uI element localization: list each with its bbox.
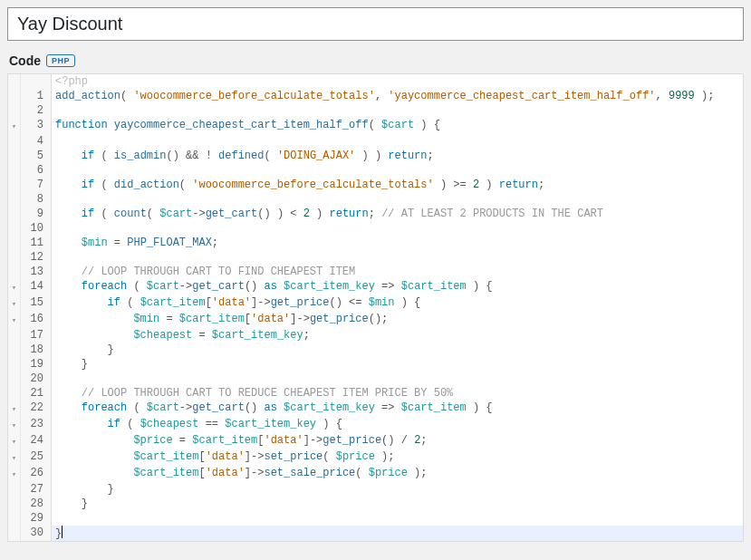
- line-number: 27: [21, 482, 52, 497]
- code-line[interactable]: $cart_item['data']->set_sale_price( $pri…: [52, 466, 743, 482]
- code-line[interactable]: [52, 511, 743, 526]
- code-line[interactable]: foreach ( $cart->get_cart() as $cart_ite…: [52, 401, 743, 417]
- code-line[interactable]: $cheapest = $cart_item_key;: [52, 328, 743, 343]
- code-line-ghost: <?php: [52, 74, 743, 89]
- line-number: 11: [21, 236, 52, 250]
- fold-toggle: [8, 149, 21, 163]
- fold-toggle[interactable]: ▾: [8, 279, 21, 295]
- code-line[interactable]: $cart_item['data']->set_price( $price );: [52, 449, 743, 466]
- code-line[interactable]: [52, 192, 743, 207]
- line-number: 10: [21, 221, 52, 236]
- line-number: [21, 74, 52, 89]
- fold-toggle: [8, 328, 21, 343]
- line-number: 22: [21, 401, 52, 417]
- fold-toggle: [8, 511, 21, 526]
- code-line[interactable]: add_action( 'woocommerce_before_calculat…: [52, 89, 743, 103]
- fold-toggle: [8, 192, 21, 207]
- line-number: 17: [21, 328, 52, 343]
- line-number: 23: [21, 417, 52, 433]
- code-line[interactable]: }: [52, 497, 743, 511]
- line-number: 20: [21, 372, 52, 386]
- code-line[interactable]: [52, 103, 743, 118]
- line-number: 28: [21, 497, 52, 511]
- fold-toggle[interactable]: ▾: [8, 466, 21, 482]
- fold-toggle: [8, 497, 21, 511]
- code-line[interactable]: [52, 250, 743, 265]
- line-number: 7: [21, 178, 52, 192]
- text-cursor: [62, 526, 63, 538]
- line-number: 19: [21, 357, 52, 372]
- code-line[interactable]: [52, 372, 743, 386]
- line-number: 14: [21, 279, 52, 295]
- code-line[interactable]: if ( did_action( 'woocommerce_before_cal…: [52, 178, 743, 192]
- line-number: 24: [21, 433, 52, 449]
- fold-gutter: [8, 74, 21, 89]
- line-number: 16: [21, 312, 52, 328]
- code-line[interactable]: }: [52, 482, 743, 497]
- line-number: 6: [21, 163, 52, 178]
- code-line[interactable]: }: [52, 526, 743, 541]
- fold-toggle: [8, 236, 21, 250]
- code-line[interactable]: foreach ( $cart->get_cart() as $cart_ite…: [52, 279, 743, 295]
- fold-toggle: [8, 482, 21, 497]
- line-number: 30: [21, 526, 52, 541]
- line-number: 5: [21, 149, 52, 163]
- line-number: 13: [21, 265, 52, 279]
- fold-toggle: [8, 163, 21, 178]
- line-number: 8: [21, 192, 52, 207]
- fold-toggle[interactable]: ▾: [8, 449, 21, 466]
- line-number: 3: [21, 118, 52, 134]
- code-line[interactable]: }: [52, 357, 743, 372]
- fold-toggle: [8, 103, 21, 118]
- php-badge: PHP: [46, 54, 75, 67]
- line-number: 1: [21, 89, 52, 103]
- fold-toggle: [8, 134, 21, 149]
- fold-toggle: [8, 357, 21, 372]
- code-line[interactable]: }: [52, 343, 743, 357]
- line-number: 9: [21, 207, 52, 221]
- code-line[interactable]: function yaycommerce_cheapest_cart_item_…: [52, 118, 743, 134]
- line-number: 21: [21, 386, 52, 401]
- code-line[interactable]: $min = $cart_item['data']->get_price();: [52, 312, 743, 328]
- code-editor[interactable]: <?php1add_action( 'woocommerce_before_ca…: [7, 73, 744, 542]
- code-line[interactable]: $price = $cart_item['data']->get_price()…: [52, 433, 743, 449]
- code-line[interactable]: [52, 163, 743, 178]
- fold-toggle: [8, 250, 21, 265]
- code-line[interactable]: [52, 134, 743, 149]
- line-number: 29: [21, 511, 52, 526]
- fold-toggle: [8, 89, 21, 103]
- fold-toggle: [8, 207, 21, 221]
- fold-toggle[interactable]: ▾: [8, 417, 21, 433]
- line-number: 18: [21, 343, 52, 357]
- line-number: 12: [21, 250, 52, 265]
- fold-toggle[interactable]: ▾: [8, 295, 21, 312]
- code-line[interactable]: $min = PHP_FLOAT_MAX;: [52, 236, 743, 250]
- code-line[interactable]: [52, 221, 743, 236]
- fold-toggle[interactable]: ▾: [8, 118, 21, 134]
- line-number: 4: [21, 134, 52, 149]
- code-line[interactable]: if ( $cheapest == $cart_item_key ) {: [52, 417, 743, 433]
- code-line[interactable]: if ( $cart_item['data']->get_price() <= …: [52, 295, 743, 312]
- code-line[interactable]: // LOOP THROUGH CART TO REDUCE CHEAPEST …: [52, 386, 743, 401]
- fold-toggle: [8, 265, 21, 279]
- code-line[interactable]: // LOOP THROUGH CART TO FIND CHEAPEST IT…: [52, 265, 743, 279]
- code-line[interactable]: if ( count( $cart->get_cart() ) < 2 ) re…: [52, 207, 743, 221]
- line-number: 2: [21, 103, 52, 118]
- code-section-heading: Code PHP: [9, 53, 744, 68]
- fold-toggle: [8, 372, 21, 386]
- fold-toggle: [8, 386, 21, 401]
- fold-toggle: [8, 343, 21, 357]
- code-line[interactable]: if ( is_admin() && ! defined( 'DOING_AJA…: [52, 149, 743, 163]
- fold-toggle: [8, 526, 21, 541]
- code-label: Code: [9, 53, 41, 68]
- fold-toggle[interactable]: ▾: [8, 401, 21, 417]
- line-number: 26: [21, 466, 52, 482]
- fold-toggle: [8, 178, 21, 192]
- line-number: 15: [21, 295, 52, 312]
- snippet-title-input[interactable]: [7, 7, 744, 41]
- fold-toggle: [8, 221, 21, 236]
- line-number: 25: [21, 449, 52, 466]
- fold-toggle[interactable]: ▾: [8, 312, 21, 328]
- fold-toggle[interactable]: ▾: [8, 433, 21, 449]
